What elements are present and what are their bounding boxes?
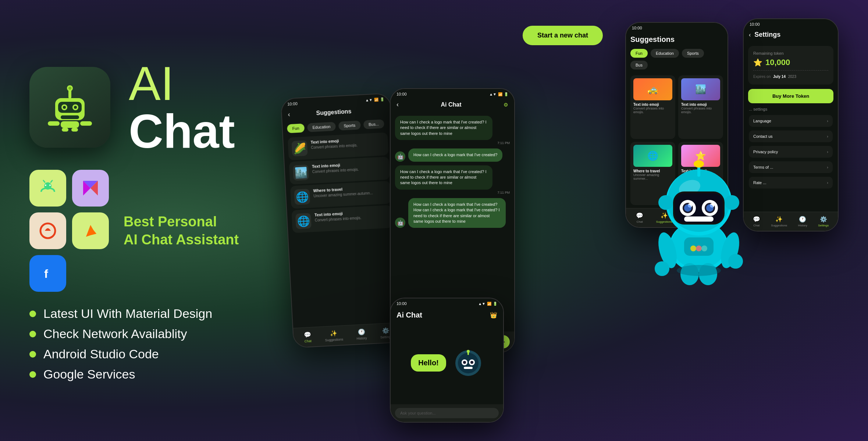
feature-item-2: Check Network Availablity <box>29 327 287 341</box>
settings-screen: 10:00 ‹ Settings Remaining token ⭐ 10,00… <box>744 19 838 231</box>
suggestion-text-4: Text into emoji Convert phrases into emo… <box>314 210 362 222</box>
svg-point-16 <box>45 184 46 186</box>
svg-point-54 <box>725 195 739 210</box>
settings-contact[interactable]: Contact us › <box>749 130 833 142</box>
tech-icon-android <box>29 170 66 207</box>
main-status-icons: ▲▼📶🔋 <box>489 92 508 96</box>
sug2-tab-edu[interactable]: Education <box>651 49 679 58</box>
settings-nav-settings[interactable]: ⚙️ Settings <box>818 216 829 227</box>
lower-status-icons: ▲▼📶🔋 <box>478 302 497 306</box>
svg-point-30 <box>470 361 473 364</box>
suggestion-emoji-1: 🌽 <box>292 140 308 157</box>
lower-chat-input[interactable]: Ask your question... <box>395 408 499 418</box>
message-1: How can I check a logo mark that I've cr… <box>395 116 510 145</box>
bot-avatar-1: 🤖 <box>395 151 405 162</box>
settings-nav-suggestions[interactable]: ✨ Suggestions <box>771 216 787 227</box>
suggestion-card-3[interactable]: 🌐 Where to travel Uncover amazing summer… <box>290 181 391 209</box>
settings-section-label: ... settings <box>749 107 833 111</box>
svg-point-52 <box>694 160 704 168</box>
hello-bubble: Hello! <box>411 354 446 372</box>
settings-header-row: ‹ Settings <box>744 28 838 42</box>
svg-rect-31 <box>464 367 473 369</box>
tab-fun[interactable]: Fun <box>287 123 305 133</box>
main-container: AI Chat <box>0 0 868 441</box>
settings-rate[interactable]: Rate ... › <box>749 177 833 189</box>
tech-icon-firebase <box>72 212 109 249</box>
svg-rect-9 <box>61 115 79 119</box>
svg-point-57 <box>655 261 669 276</box>
nav-suggestions[interactable]: ✨ Suggestions <box>324 329 343 342</box>
settings-terms[interactable]: Terms of ... › <box>749 161 833 173</box>
settings-bottom-nav: 💬 Chat ✨ Suggestions 🕐 History ⚙️ Settin… <box>744 212 838 231</box>
main-back-arrow[interactable]: ‹ <box>396 101 399 108</box>
bot-avatar-2: 🤖 <box>395 218 405 228</box>
app-icon <box>29 67 110 148</box>
sug2-card-2[interactable]: 🏙️ Text into emoji Convert phrases into … <box>678 75 723 139</box>
settings-nav-icon: ⚙️ <box>382 327 390 334</box>
tech-icon-kotlin <box>72 170 109 207</box>
tech-icons-grid: f <box>29 170 109 292</box>
message-4: 🤖 How can I check a logo mark that I've … <box>395 198 510 228</box>
gear-icon[interactable]: ⚙ <box>504 102 508 108</box>
bot-bubble-1: How can I check a logo mark that I've cr… <box>408 148 502 161</box>
tech-icon-facebook: f <box>29 255 66 292</box>
tagline: Best Personal AI Chat Assistant <box>124 213 239 249</box>
svg-point-58 <box>728 254 743 269</box>
svg-point-53 <box>658 195 673 210</box>
svg-rect-14 <box>71 128 78 132</box>
svg-rect-10 <box>61 121 79 128</box>
bot-bubble-2: How can I check a logo mark that I've cr… <box>408 198 506 228</box>
svg-point-61 <box>690 245 696 251</box>
svg-point-7 <box>63 106 66 109</box>
bullet-2 <box>29 331 36 337</box>
sug2-tabs: Fun Education Sports Bus <box>626 46 728 72</box>
svg-point-15 <box>44 182 51 190</box>
svg-rect-12 <box>80 121 92 126</box>
sug2-tab-bus[interactable]: Bus <box>630 61 648 69</box>
title-ai: AI <box>129 60 235 107</box>
coin-icon: ⭐ <box>753 58 762 67</box>
settings-items: ... settings Language › Contact us › Pri… <box>744 103 838 212</box>
user-bubble-2: How can I check a logo mark that I've cr… <box>395 165 492 190</box>
suggestions-screen: 10:00 ▲▼📶🔋 ‹ Suggestions Fun Education S… <box>281 94 403 348</box>
suggestion-card-1[interactable]: 🌽 Text into emoji Convert phrases into e… <box>288 132 389 160</box>
settings-nav-history[interactable]: 🕐 History <box>798 216 807 227</box>
settings-privacy[interactable]: Privacy policy › <box>749 146 833 158</box>
settings-language[interactable]: Language › <box>749 115 833 127</box>
sug2-tab-fun[interactable]: Fun <box>630 49 648 58</box>
svg-line-18 <box>43 180 45 182</box>
nav-history[interactable]: 🕐 History <box>356 328 367 340</box>
lower-input-bar: Ask your question... <box>391 404 503 422</box>
main-status-bar: 10:00 ▲▼📶🔋 <box>391 89 514 98</box>
tab-sports[interactable]: Sports <box>338 121 361 130</box>
suggestions-nav-icon: ✨ <box>330 330 338 337</box>
bullet-4 <box>29 371 36 378</box>
tab-education[interactable]: Education <box>307 122 336 132</box>
sug2-card-1[interactable]: 🚕 Text into emoji Convert phrases into e… <box>630 75 675 139</box>
lower-chat-header: Ai Chat 👑 <box>391 307 503 322</box>
lower-chat-content: Hello! <box>391 322 503 404</box>
status-icons: ▲▼📶🔋 <box>365 97 384 102</box>
sug2-status-bar: 10:00 <box>626 23 728 32</box>
nav-chat[interactable]: 💬 Chat <box>304 331 312 343</box>
lower-status-bar: 10:00 ▲▼📶🔋 <box>391 298 503 307</box>
suggestion-card-4[interactable]: 🌐 Text into emoji Convert phrases into e… <box>291 205 392 233</box>
svg-point-48 <box>684 204 691 212</box>
suggestion-card-2[interactable]: 🏙️ Text into emoji Convert phrases into … <box>289 157 390 184</box>
settings-back-arrow[interactable]: ‹ <box>749 32 751 38</box>
buy-token-button[interactable]: Buy More Token <box>748 89 833 103</box>
sug2-title: Suggestions <box>626 32 728 46</box>
tab-business[interactable]: Bus... <box>363 119 384 129</box>
sug2-tab-sports[interactable]: Sports <box>682 49 704 58</box>
bullet-1 <box>29 311 36 317</box>
svg-point-49 <box>706 204 714 212</box>
lower-chat-screen: 10:00 ▲▼📶🔋 Ai Chat 👑 Hello! <box>391 298 503 422</box>
svg-line-19 <box>51 180 52 182</box>
phone-suggestions: 10:00 ▲▼📶🔋 ‹ Suggestions Fun Education S… <box>280 93 403 348</box>
token-value: 10,000 <box>765 58 790 67</box>
start-chat-button[interactable]: Start a new chat <box>523 26 603 45</box>
message-2: 🤖 How can I check a logo mark that I've … <box>395 148 510 161</box>
back-arrow-icon[interactable]: ‹ <box>288 111 290 118</box>
suggestion-emoji-3: 🌐 <box>294 189 310 205</box>
svg-rect-11 <box>48 121 60 126</box>
